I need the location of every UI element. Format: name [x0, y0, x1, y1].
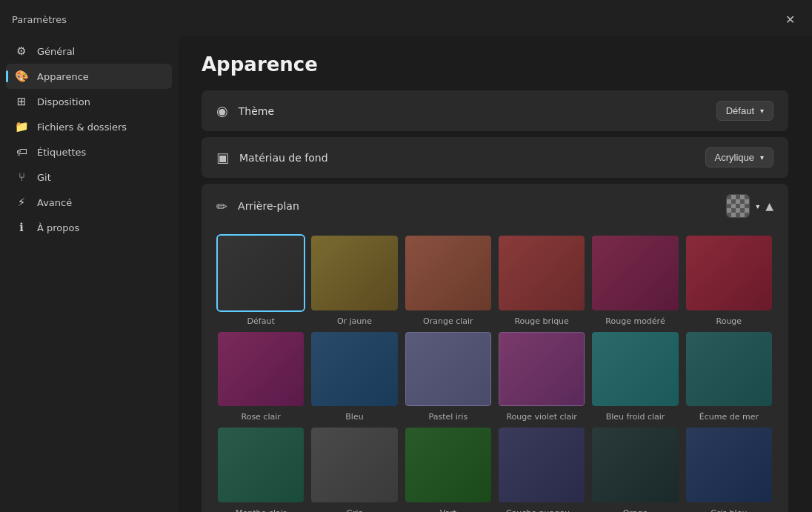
swatch-label-menthe-clair: Menthe clair — [216, 508, 305, 512]
swatch-box-couche-nuageu — [497, 426, 586, 504]
swatch-label-couche-nuageu: Couche nuageu... — [497, 508, 586, 512]
swatch-box-bleu-froid-clair — [590, 330, 679, 408]
swatch-rouge[interactable]: Rouge — [685, 234, 773, 326]
title-bar: Paramètres ✕ — [0, 0, 812, 36]
content-area: Apparence ◉ Thème Défaut ▾ ▣ Matériau de… — [178, 36, 812, 512]
swatch-rouge-brique[interactable]: Rouge brique — [497, 234, 586, 326]
swatch-inner-rose-clair — [218, 332, 304, 407]
sidebar-item-avance[interactable]: ⚡ Avancé — [6, 190, 172, 215]
main-layout: ⚙ Général 🎨 Apparence ⊞ Disposition 📁 Fi… — [0, 36, 812, 512]
materiau-dropdown[interactable]: Acrylique ▾ — [705, 147, 773, 167]
page-title: Apparence — [202, 53, 788, 76]
close-button[interactable]: ✕ — [779, 9, 800, 30]
swatch-inner-bleu — [311, 332, 397, 407]
materiau-section: ▣ Matériau de fond Acrylique ▾ — [202, 137, 788, 178]
sidebar-label-fichiers: Fichiers & dossiers — [37, 122, 127, 133]
swatch-bleu[interactable]: Bleu — [310, 330, 399, 422]
swatch-rouge-modere[interactable]: Rouge modéré — [590, 234, 679, 326]
swatch-label-or-jaune: Or jaune — [310, 316, 399, 326]
theme-chevron-icon: ▾ — [760, 107, 764, 115]
background-label: Arrière-plan — [238, 200, 299, 212]
sidebar-item-fichiers[interactable]: 📁 Fichiers & dossiers — [6, 114, 172, 139]
theme-icon: ◉ — [216, 103, 228, 119]
materiau-label: Matériau de fond — [239, 152, 328, 164]
sidebar-label-disposition: Disposition — [37, 96, 90, 107]
materiau-icon: ▣ — [216, 150, 229, 165]
swatch-bleu-froid-clair[interactable]: Bleu froid clair — [590, 330, 679, 422]
swatch-vert[interactable]: Vert — [404, 426, 493, 512]
color-grid: Défaut Or jaune Orange clair Rouge briqu… — [202, 228, 788, 512]
swatch-ecume-de-mer[interactable]: Écume de mer — [685, 330, 773, 422]
materiau-left: ▣ Matériau de fond — [216, 150, 328, 165]
swatch-inner-orage — [592, 428, 678, 502]
swatch-box-rose-clair — [216, 330, 305, 408]
swatch-label-defaut: Défaut — [216, 316, 305, 326]
swatch-inner-gris — [311, 428, 397, 502]
swatch-label-orage: Orage — [590, 508, 679, 512]
collapse-icon: ▲ — [765, 200, 773, 212]
swatch-box-vert — [404, 426, 493, 504]
swatch-inner-defaut — [218, 236, 304, 310]
swatch-box-rouge-brique — [497, 234, 586, 312]
swatch-inner-bleu-froid-clair — [592, 332, 678, 407]
theme-label: Thème — [239, 105, 274, 117]
swatch-box-orage — [590, 426, 679, 504]
sidebar-icon-avance: ⚡ — [15, 196, 28, 209]
swatch-label-rouge-violet-clair: Rouge violet clair — [497, 412, 586, 422]
swatch-defaut[interactable]: Défaut — [216, 234, 305, 326]
swatch-box-orange-clair — [404, 234, 493, 312]
swatch-orage[interactable]: Orage — [590, 426, 679, 512]
swatch-label-bleu: Bleu — [310, 412, 399, 422]
swatch-rouge-violet-clair[interactable]: Rouge violet clair — [497, 330, 586, 422]
materiau-chevron-icon: ▾ — [760, 153, 764, 162]
sidebar-icon-fichiers: 📁 — [15, 120, 28, 133]
swatch-inner-menthe-clair — [218, 428, 304, 502]
swatch-label-rouge: Rouge — [685, 316, 773, 326]
swatch-box-pastel-iris — [404, 330, 493, 408]
sidebar-item-general[interactable]: ⚙ Général — [6, 39, 172, 64]
swatch-box-gris — [310, 426, 399, 504]
swatch-box-bleu — [310, 330, 399, 408]
swatch-label-rouge-brique: Rouge brique — [497, 316, 586, 326]
swatch-label-pastel-iris: Pastel iris — [404, 412, 493, 422]
sidebar-label-avance: Avancé — [37, 197, 72, 208]
swatch-box-or-jaune — [310, 234, 399, 312]
sidebar-label-apparence: Apparence — [37, 71, 89, 82]
sidebar-item-apropos[interactable]: ℹ À propos — [6, 215, 172, 240]
swatch-box-rouge — [685, 234, 773, 312]
background-section: ✏ Arrière-plan ▾ ▲ Défaut Or jaune Orang… — [202, 184, 788, 512]
background-chevron-icon: ▾ — [756, 202, 759, 210]
background-icon: ✏ — [216, 199, 227, 214]
theme-left: ◉ Thème — [216, 103, 274, 119]
materiau-row: ▣ Matériau de fond Acrylique ▾ — [202, 137, 788, 178]
sidebar-item-disposition[interactable]: ⊞ Disposition — [6, 89, 172, 114]
sidebar-icon-apropos: ℹ — [15, 221, 28, 234]
background-header[interactable]: ✏ Arrière-plan ▾ ▲ — [202, 184, 788, 228]
swatch-box-gris-bleu — [685, 426, 773, 504]
sidebar-label-apropos: À propos — [37, 222, 79, 233]
swatch-inner-orange-clair — [405, 236, 491, 310]
swatch-gris-bleu[interactable]: Gris bleu — [685, 426, 773, 512]
sidebar-icon-general: ⚙ — [15, 44, 28, 58]
swatch-or-jaune[interactable]: Or jaune — [310, 234, 399, 326]
swatch-orange-clair[interactable]: Orange clair — [404, 234, 493, 326]
swatch-gris[interactable]: Gris — [310, 426, 399, 512]
swatch-rose-clair[interactable]: Rose clair — [216, 330, 305, 422]
swatch-inner-couche-nuageu — [499, 428, 585, 502]
swatch-box-defaut — [216, 234, 305, 312]
theme-dropdown[interactable]: Défaut ▾ — [716, 101, 773, 121]
sidebar-item-etiquettes[interactable]: 🏷 Étiquettes — [6, 139, 172, 164]
swatch-menthe-clair[interactable]: Menthe clair — [216, 426, 305, 512]
theme-section: ◉ Thème Défaut ▾ — [202, 90, 788, 131]
sidebar-item-apparence[interactable]: 🎨 Apparence — [6, 64, 172, 89]
swatch-pastel-iris[interactable]: Pastel iris — [404, 330, 493, 422]
swatch-couche-nuageu[interactable]: Couche nuageu... — [497, 426, 586, 512]
checkerboard-button[interactable] — [726, 194, 750, 218]
sidebar-item-git[interactable]: ⑂ Git — [6, 164, 172, 190]
window-title: Paramètres — [12, 14, 67, 25]
swatch-inner-rouge-modere — [592, 236, 678, 310]
swatch-inner-rouge-brique — [499, 236, 585, 310]
swatch-inner-or-jaune — [311, 236, 397, 310]
sidebar: ⚙ Général 🎨 Apparence ⊞ Disposition 📁 Fi… — [0, 36, 178, 512]
swatch-label-ecume-de-mer: Écume de mer — [685, 412, 773, 422]
